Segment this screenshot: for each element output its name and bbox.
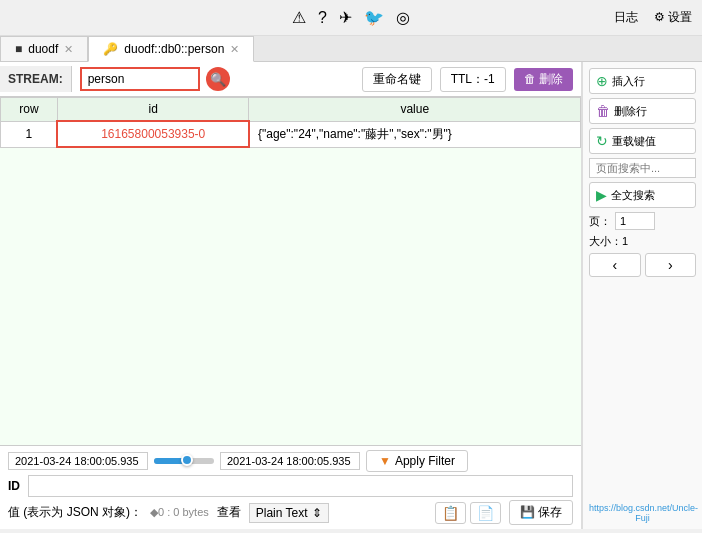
plain-text-label: Plain Text bbox=[256, 506, 308, 520]
tab-duodf-icon: ■ bbox=[15, 42, 22, 56]
tab-person-icon: 🔑 bbox=[103, 42, 118, 56]
watermark: https://blog.csdn.net/Uncle-Fuji bbox=[589, 503, 696, 523]
insert-row-button[interactable]: ⊕ 插入行 bbox=[589, 68, 696, 94]
left-panel: STREAM: 🔍 重命名键 TTL：-1 🗑 删除 row id value bbox=[0, 62, 582, 529]
prev-button[interactable]: ‹ bbox=[589, 253, 641, 277]
stream-input-area: 🔍 bbox=[72, 62, 362, 96]
cell-value-1[interactable]: {"age":"24","name":"藤井","sex":"男"} bbox=[249, 121, 581, 147]
value-row: 值 (表示为 JSON 对象)： ◆0 : 0 bytes 查看 Plain T… bbox=[8, 500, 573, 525]
tab-duodf-close[interactable]: ✕ bbox=[64, 43, 73, 56]
copy-button-1[interactable]: 📋 bbox=[435, 502, 466, 524]
search-button[interactable]: 🔍 bbox=[206, 67, 230, 91]
col-value: value bbox=[249, 98, 581, 122]
slider-fill bbox=[154, 458, 184, 464]
size-label: 大小：1 bbox=[589, 234, 628, 249]
copy-button-2[interactable]: 📄 bbox=[470, 502, 501, 524]
tab-person-label: duodf::db0::person bbox=[124, 42, 224, 56]
reload-icon: ↻ bbox=[596, 133, 608, 149]
table-row: 1 16165800053935-0 {"age":"24","name":"藤… bbox=[1, 121, 581, 147]
filter-row: ▼ Apply Filter bbox=[8, 450, 573, 472]
next-button[interactable]: › bbox=[645, 253, 697, 277]
help-icon[interactable]: ? bbox=[318, 9, 327, 27]
gear-icon: ⚙ bbox=[654, 10, 665, 24]
title-bar-right: 日志 ⚙ 设置 bbox=[614, 9, 692, 26]
delete-row-button[interactable]: 🗑 删除行 bbox=[589, 98, 696, 124]
slider-thumb[interactable] bbox=[181, 454, 193, 466]
id-input[interactable] bbox=[28, 475, 573, 497]
dropdown-icon: ⇕ bbox=[312, 506, 322, 520]
page-label: 页： bbox=[589, 214, 611, 229]
ttl-button[interactable]: TTL：-1 bbox=[440, 67, 506, 92]
delete-button[interactable]: 🗑 删除 bbox=[514, 68, 573, 91]
settings-button[interactable]: ⚙ 设置 bbox=[654, 9, 692, 26]
telegram-icon[interactable]: ✈ bbox=[339, 8, 352, 27]
bottom-area: ▼ Apply Filter ID 值 (表示为 JSON 对象)： ◆0 : … bbox=[0, 445, 581, 529]
data-table: row id value 1 16165800053935-0 {"age":"… bbox=[0, 97, 581, 445]
warning-icon[interactable]: ⚠ bbox=[292, 8, 306, 27]
slider-track[interactable] bbox=[154, 458, 214, 464]
page-input[interactable] bbox=[615, 212, 655, 230]
view-label: 查看 bbox=[217, 504, 241, 521]
stream-input[interactable] bbox=[80, 67, 200, 91]
nav-row: ‹ › bbox=[589, 253, 696, 277]
tab-duodf-label: duodf bbox=[28, 42, 58, 56]
tab-person-close[interactable]: ✕ bbox=[230, 43, 239, 56]
tabs-bar: ■ duodf ✕ 🔑 duodf::db0::person ✕ bbox=[0, 36, 702, 62]
apply-filter-button[interactable]: ▼ Apply Filter bbox=[366, 450, 468, 472]
id-row: ID bbox=[8, 475, 573, 497]
tab-duodf[interactable]: ■ duodf ✕ bbox=[0, 36, 88, 61]
plain-text-select[interactable]: Plain Text ⇕ bbox=[249, 503, 329, 523]
col-row: row bbox=[1, 98, 58, 122]
cell-row-1: 1 bbox=[1, 121, 58, 147]
main-content: STREAM: 🔍 重命名键 TTL：-1 🗑 删除 row id value bbox=[0, 62, 702, 529]
fulltext-button[interactable]: ▶ 全文搜索 bbox=[589, 182, 696, 208]
size-row: 大小：1 bbox=[589, 234, 696, 249]
id-label: ID bbox=[8, 479, 20, 493]
tab-person[interactable]: 🔑 duodf::db0::person ✕ bbox=[88, 36, 254, 62]
value-label: 值 (表示为 JSON 对象)： bbox=[8, 504, 142, 521]
save-button[interactable]: 💾 保存 bbox=[509, 500, 573, 525]
stream-header-row: STREAM: 🔍 重命名键 TTL：-1 🗑 删除 bbox=[0, 62, 581, 97]
play-icon: ▶ bbox=[596, 187, 607, 203]
title-bar: ⚠ ? ✈ 🐦 ◎ 日志 ⚙ 设置 bbox=[0, 0, 702, 36]
header-actions: 重命名键 TTL：-1 🗑 删除 bbox=[362, 67, 581, 92]
col-id: id bbox=[57, 98, 249, 122]
filter-icon: ▼ bbox=[379, 454, 391, 468]
date-from-input[interactable] bbox=[8, 452, 148, 470]
page-row: 页： bbox=[589, 212, 696, 230]
settings-circle-icon[interactable]: ◎ bbox=[396, 8, 410, 27]
plus-circle-icon: ⊕ bbox=[596, 73, 608, 89]
rename-button[interactable]: 重命名键 bbox=[362, 67, 432, 92]
bytes-label: ◆0 : 0 bytes bbox=[150, 506, 209, 519]
page-search-input[interactable] bbox=[589, 158, 696, 178]
right-panel: ⊕ 插入行 🗑 删除行 ↻ 重载键值 ▶ 全文搜索 页： 大小：1 ‹ › ht… bbox=[582, 62, 702, 529]
stream-label: STREAM: bbox=[0, 66, 72, 92]
date-to-input[interactable] bbox=[220, 452, 360, 470]
reload-button[interactable]: ↻ 重载键值 bbox=[589, 128, 696, 154]
cell-id-1[interactable]: 16165800053935-0 bbox=[57, 121, 249, 147]
log-button[interactable]: 日志 bbox=[614, 9, 638, 26]
copy-buttons: 📋 📄 bbox=[435, 502, 501, 524]
minus-icon: 🗑 bbox=[596, 103, 610, 119]
twitter-icon[interactable]: 🐦 bbox=[364, 8, 384, 27]
